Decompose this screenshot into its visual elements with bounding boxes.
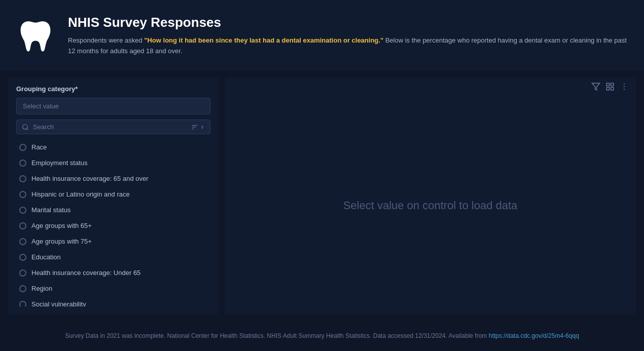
list-item[interactable]: Hispanic or Latino origin and race [16, 186, 210, 202]
footer-text: Survey Data in 2021 was incomplete. Nati… [65, 332, 579, 339]
description-prefix: Respondents were asked [68, 36, 144, 44]
list-item[interactable]: Marital status [16, 202, 210, 218]
left-panel: Grouping category* Select value [8, 77, 219, 315]
svg-point-11 [624, 86, 625, 87]
right-panel: Select value on control to load data [225, 77, 636, 315]
radio-circle [19, 160, 26, 167]
app-title: NHIS Survey Responses [68, 15, 629, 30]
option-label: Social vulnerability [31, 300, 86, 306]
option-label: Education [31, 253, 61, 261]
select-value-placeholder: Select value [23, 102, 59, 110]
radio-circle [19, 191, 26, 198]
select-value-dropdown[interactable]: Select value [16, 98, 210, 114]
placeholder-area: Select value on control to load data [225, 96, 636, 315]
sort-button[interactable] [191, 124, 205, 131]
option-label: Marital status [31, 206, 70, 214]
radio-circle [19, 285, 26, 292]
list-item[interactable]: Social vulnerability [16, 296, 210, 306]
search-icon [22, 124, 29, 131]
footer: Survey Data in 2021 was incomplete. Nati… [0, 321, 644, 351]
svg-marker-5 [592, 83, 600, 90]
svg-point-12 [624, 89, 625, 90]
list-item[interactable]: Region [16, 281, 210, 296]
radio-circle [19, 269, 26, 277]
svg-point-10 [624, 84, 625, 85]
footer-description: Survey Data in 2021 was incomplete. Nati… [65, 332, 489, 339]
placeholder-text: Select value on control to load data [343, 199, 518, 212]
radio-circle [19, 175, 26, 182]
app-header: NHIS Survey Responses Respondents were a… [0, 0, 644, 71]
option-label: Health insurance coverage: 65 and over [31, 175, 149, 182]
svg-rect-9 [611, 88, 614, 90]
svg-point-0 [23, 124, 27, 129]
option-label: Hispanic or Latino origin and race [31, 190, 130, 198]
header-description: Respondents were asked "How long it had … [68, 35, 629, 56]
option-label: Age groups with 65+ [31, 222, 92, 229]
svg-line-1 [27, 128, 28, 130]
radio-circle [19, 222, 26, 229]
grouping-category-label: Grouping category* [16, 85, 210, 93]
search-input[interactable] [33, 123, 187, 131]
description-highlight: "How long it had been since they last ha… [144, 36, 383, 44]
radio-circle [19, 254, 26, 261]
footer-link[interactable]: https://data.cdc.gov/d/25m4-6qqq [489, 332, 579, 339]
main-content: Grouping category* Select value [0, 71, 644, 321]
filter-icon[interactable] [591, 82, 600, 91]
list-item[interactable]: Age groups with 75+ [16, 233, 210, 249]
option-label: Age groups with 75+ [31, 238, 92, 245]
list-item[interactable]: Race [16, 139, 210, 155]
option-label: Employment status [31, 159, 88, 167]
more-options-icon[interactable] [620, 82, 629, 91]
radio-circle [19, 207, 26, 214]
search-container [16, 120, 210, 134]
list-item[interactable]: Age groups with 65+ [16, 218, 210, 233]
list-item[interactable]: Employment status [16, 155, 210, 171]
option-label: Race [31, 143, 47, 151]
list-item[interactable]: Education [16, 249, 210, 265]
list-item[interactable]: Health insurance coverage: Under 65 [16, 265, 210, 281]
option-label: Region [31, 285, 52, 292]
svg-rect-6 [606, 83, 609, 86]
radio-circle [19, 144, 26, 151]
options-list: RaceEmployment statusHealth insurance co… [16, 139, 210, 306]
list-item[interactable]: Health insurance coverage: 65 and over [16, 171, 210, 186]
radio-circle [19, 301, 26, 307]
toolbar [225, 77, 636, 96]
svg-rect-8 [606, 88, 609, 90]
svg-rect-7 [611, 83, 614, 86]
tooth-icon [15, 15, 56, 56]
grid-icon[interactable] [605, 82, 615, 91]
option-label: Health insurance coverage: Under 65 [31, 269, 140, 277]
radio-circle [19, 238, 26, 245]
header-text-block: NHIS Survey Responses Respondents were a… [68, 15, 629, 56]
